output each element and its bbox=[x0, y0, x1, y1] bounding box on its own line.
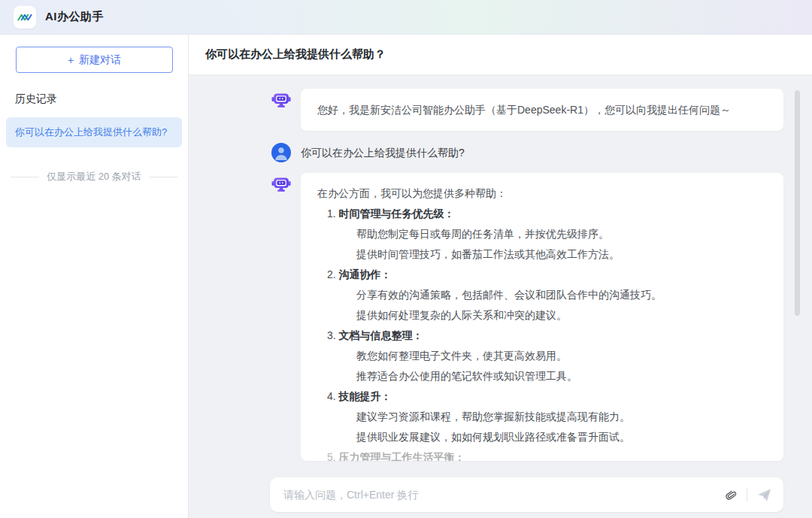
list-number: 5. bbox=[327, 451, 336, 461]
assistant-reply-bubble: 在办公方面，我可以为您提供多种帮助： 1. 时间管理与任务优先级： 帮助您制定每… bbox=[301, 173, 783, 461]
reply-item-5-title: 5. 压力管理与工作生活平衡： bbox=[317, 447, 767, 461]
new-chat-button[interactable]: + 新建对话 bbox=[16, 47, 173, 73]
list-number: 2. bbox=[327, 268, 336, 280]
chat-area: 您好，我是新安洁公司智能办公助手（基于DeepSeek-R1），您可以向我提出任… bbox=[189, 75, 812, 518]
message-user-question: 你可以在办公上给我提供什么帮助? bbox=[271, 141, 783, 162]
app-logo bbox=[14, 6, 36, 29]
recent-limit-note: 仅显示最近 20 条对话 bbox=[0, 170, 188, 183]
list-title: 文档与信息整理： bbox=[339, 329, 423, 341]
app-header: AI办公助手 bbox=[0, 0, 812, 35]
composer-actions bbox=[721, 486, 773, 504]
scrollbar-thumb[interactable] bbox=[795, 90, 800, 316]
sidebar: + 新建对话 历史记录 你可以在办公上给我提供什么帮助? 仅显示最近 20 条对… bbox=[0, 35, 189, 518]
main-area: 你可以在办公上给我提供什么帮助？ bbox=[189, 35, 812, 518]
reply-item-1-sub-1: 帮助您制定每日或每周的任务清单，并按优先级排序。 bbox=[317, 224, 767, 244]
assistant-greeting-bubble: 您好，我是新安洁公司智能办公助手（基于DeepSeek-R1），您可以向我提出任… bbox=[301, 89, 783, 131]
attach-button[interactable] bbox=[721, 486, 739, 504]
reply-item-2-sub-1: 分享有效的沟通策略，包括邮件、会议和团队合作中的沟通技巧。 bbox=[317, 285, 767, 305]
message-input[interactable] bbox=[283, 489, 721, 501]
zigzag-logo-icon bbox=[17, 9, 33, 26]
paperclip-icon bbox=[723, 488, 738, 502]
reply-item-3-title: 3. 文档与信息整理： bbox=[317, 326, 767, 346]
new-chat-label: 新建对话 bbox=[79, 53, 121, 67]
reply-item-4-sub-2: 提供职业发展建议，如如何规划职业路径或准备晋升面试。 bbox=[317, 427, 767, 447]
reply-item-1-sub-2: 提供时间管理技巧，如番茄工作法或其他高效工作方法。 bbox=[317, 244, 767, 265]
list-title: 时间管理与任务优先级： bbox=[339, 208, 455, 220]
message-composer bbox=[270, 477, 783, 512]
list-number: 3. bbox=[327, 329, 336, 341]
message-assistant-greeting: 您好，我是新安洁公司智能办公助手（基于DeepSeek-R1），您可以向我提出任… bbox=[271, 89, 783, 131]
paper-plane-icon bbox=[756, 487, 772, 503]
send-button[interactable] bbox=[755, 486, 773, 504]
page-title: 你可以在办公上给我提供什么帮助？ bbox=[205, 47, 386, 62]
divider-line-right bbox=[149, 177, 177, 177]
history-item-active[interactable]: 你可以在办公上给我提供什么帮助? bbox=[6, 117, 182, 147]
reply-item-2-title: 2. 沟通协作： bbox=[317, 265, 767, 285]
conversation-title-bar: 你可以在办公上给我提供什么帮助？ bbox=[189, 35, 812, 75]
reply-item-3-sub-1: 教您如何整理电子文件夹，使其更高效易用。 bbox=[317, 346, 767, 366]
reply-item-4-title: 4. 技能提升： bbox=[317, 386, 767, 407]
user-avatar-icon bbox=[271, 143, 291, 162]
plus-icon: + bbox=[68, 54, 74, 66]
composer-divider bbox=[747, 488, 747, 501]
reply-intro: 在办公方面，我可以为您提供多种帮助： bbox=[317, 183, 767, 204]
list-title: 沟通协作： bbox=[339, 268, 392, 280]
bot-avatar-icon bbox=[271, 174, 291, 194]
reply-item-1-title: 1. 时间管理与任务优先级： bbox=[317, 204, 767, 224]
reply-item-2-sub-2: 提供如何处理复杂的人际关系和冲突的建议。 bbox=[317, 305, 767, 326]
reply-item-4-sub-1: 建议学习资源和课程，帮助您掌握新技能或提高现有能力。 bbox=[317, 407, 767, 427]
bot-avatar-icon bbox=[271, 90, 291, 110]
list-number: 1. bbox=[327, 208, 336, 220]
recent-note-text: 仅显示最近 20 条对话 bbox=[47, 170, 141, 183]
divider-line-left bbox=[11, 177, 39, 177]
list-number: 4. bbox=[327, 390, 336, 402]
list-title: 技能提升： bbox=[339, 390, 392, 402]
list-title: 压力管理与工作生活平衡： bbox=[339, 451, 465, 461]
user-question-text: 你可以在办公上给我提供什么帮助? bbox=[301, 141, 465, 160]
message-assistant-reply: 在办公方面，我可以为您提供多种帮助： 1. 时间管理与任务优先级： 帮助您制定每… bbox=[271, 173, 783, 461]
reply-item-3-sub-2: 推荐适合办公使用的笔记软件或知识管理工具。 bbox=[317, 366, 767, 386]
history-section-label: 历史记录 bbox=[15, 92, 188, 106]
app-title: AI办公助手 bbox=[45, 10, 104, 24]
